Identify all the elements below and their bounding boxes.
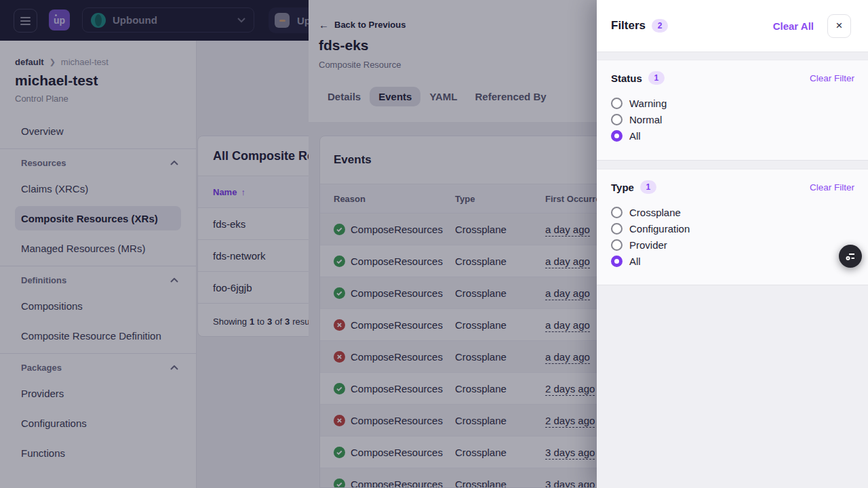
modal-dim-overlay[interactable] <box>0 0 597 488</box>
radio-option-all-status[interactable]: All <box>611 127 854 144</box>
radio-option-crossplane[interactable]: Crossplane <box>611 204 854 220</box>
radio-selected-icon[interactable] <box>611 130 623 142</box>
clear-filter-button[interactable]: Clear Filter <box>810 73 854 83</box>
radio-icon[interactable] <box>611 114 623 125</box>
filter-section-status: Status 1 Clear Filter Warning Normal All <box>597 60 868 161</box>
filters-header: Filters 2 Clear All × <box>597 0 868 52</box>
close-icon: × <box>836 19 843 33</box>
section-count-badge: 1 <box>648 71 665 85</box>
filter-section-type: Type 1 Clear Filter Crossplane Configura… <box>597 169 868 285</box>
clear-filter-button[interactable]: Clear Filter <box>810 182 854 192</box>
filters-count-badge: 2 <box>652 19 668 33</box>
radio-selected-icon[interactable] <box>611 256 623 267</box>
section-title: Type <box>611 182 634 193</box>
filters-drawer: Filters 2 Clear All × Status 1 Clear Fil… <box>597 0 868 488</box>
radio-icon[interactable] <box>611 239 623 251</box>
filters-title: Filters <box>611 19 646 33</box>
radio-option-provider[interactable]: Provider <box>611 237 854 253</box>
radio-option-configuration[interactable]: Configuration <box>611 220 854 237</box>
radio-icon[interactable] <box>611 207 623 218</box>
section-title: Status <box>611 73 642 84</box>
clear-all-button[interactable]: Clear All <box>773 20 814 32</box>
radio-icon[interactable] <box>611 223 623 235</box>
close-drawer-button[interactable]: × <box>827 14 851 38</box>
filter-icon <box>844 250 856 262</box>
radio-option-warning[interactable]: Warning <box>611 95 854 111</box>
radio-option-normal[interactable]: Normal <box>611 111 854 127</box>
radio-option-all-type[interactable]: All <box>611 253 854 269</box>
radio-icon[interactable] <box>611 98 623 109</box>
filter-fab-button[interactable] <box>839 245 862 268</box>
section-count-badge: 1 <box>640 180 656 194</box>
